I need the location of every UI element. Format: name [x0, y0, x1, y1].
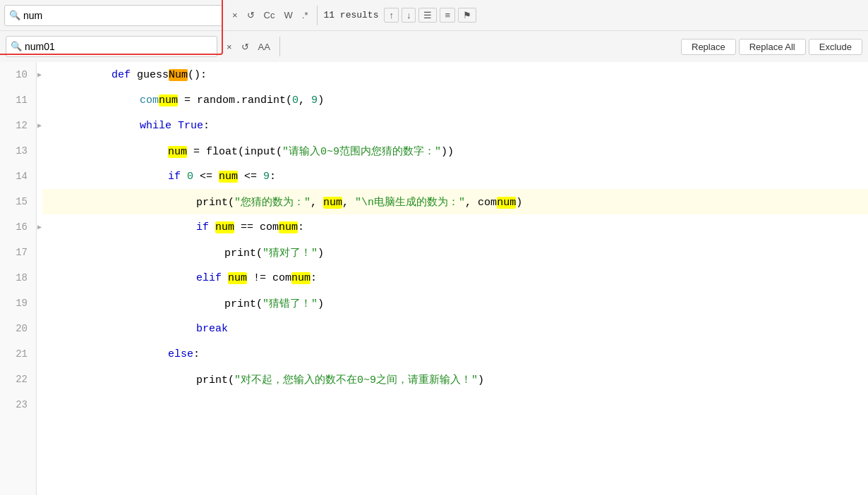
- results-count: 11 results: [323, 10, 378, 20]
- search1-actions: × ↺ Cc W .*: [229, 8, 311, 22]
- line-num-19: 19: [6, 291, 30, 316]
- main-container: 🔍 × ↺ Cc W .* 11 results ↑ ↓ ☰ ≡ ⚑ 🔍: [0, 0, 868, 495]
- regex-button[interactable]: .*: [299, 8, 312, 22]
- close2-button[interactable]: ×: [223, 40, 236, 54]
- search1-input[interactable]: [23, 10, 150, 21]
- line-num-20: 20: [6, 316, 30, 341]
- code-content: def guessNum(): comnum = random.randint(…: [37, 62, 868, 495]
- line-num-16: 16 ▶: [6, 214, 30, 240]
- replace-buttons: Replace Replace All Exclude: [681, 39, 862, 55]
- line-num-17: 17: [6, 240, 30, 265]
- fold-arrow-12[interactable]: ▶: [37, 121, 42, 130]
- line-numbers: 10 ▶ 11 12 ▶ 13 14 15 16 ▶ 17 18 19 20 2…: [0, 62, 37, 495]
- toolbar: 🔍 × ↺ Cc W .* 11 results ↑ ↓ ☰ ≡ ⚑ 🔍: [0, 0, 868, 62]
- line-num-22: 22: [6, 367, 30, 392]
- refresh1-button[interactable]: ↺: [243, 8, 258, 22]
- filter-button[interactable]: ⚑: [458, 8, 476, 23]
- separator1: [317, 6, 318, 25]
- line-num-15: 15: [6, 189, 30, 214]
- line-num-23: 23: [6, 392, 30, 417]
- line-num-10: 10 ▶: [6, 62, 30, 87]
- fold-arrow-10[interactable]: ▶: [37, 71, 42, 79]
- prev-result-button[interactable]: ↑: [384, 8, 399, 23]
- code-line-22: print("对不起，您输入的数不在0~9之间，请重新输入！"): [42, 367, 868, 392]
- line-num-13: 13: [6, 138, 30, 164]
- code-editor: 10 ▶ 11 12 ▶ 13 14 15 16 ▶ 17 18 19 20 2…: [0, 62, 868, 495]
- replace-button[interactable]: Replace: [681, 39, 736, 55]
- w-button[interactable]: W: [280, 8, 296, 22]
- line-num-18: 18: [6, 265, 30, 291]
- toolbar-row1: 🔍 × ↺ Cc W .* 11 results ↑ ↓ ☰ ≡ ⚑: [0, 0, 868, 31]
- line-num-21: 21: [6, 341, 30, 367]
- replace-all-button[interactable]: Replace All: [739, 39, 806, 55]
- replace-search-icon: 🔍: [11, 41, 22, 52]
- line-num-12: 12 ▶: [6, 113, 30, 138]
- line-num-11: 11: [6, 87, 30, 113]
- close1-button[interactable]: ×: [229, 8, 241, 22]
- line-num-14: 14: [6, 164, 30, 189]
- refresh2-button[interactable]: ↺: [238, 40, 253, 54]
- next-result-button[interactable]: ↓: [402, 8, 416, 23]
- cc-button[interactable]: Cc: [260, 8, 279, 22]
- toolbar-row2: 🔍 × ↺ AA Replace Replace All Exclude: [0, 31, 868, 62]
- multi-button[interactable]: ≡: [440, 8, 455, 23]
- doc-button[interactable]: ☰: [418, 8, 437, 23]
- search-icon: 🔍: [9, 10, 20, 21]
- fold-arrow-16[interactable]: ▶: [37, 223, 42, 231]
- search1-wrap: 🔍: [4, 5, 223, 26]
- search2-input-wrap[interactable]: 🔍: [6, 36, 217, 57]
- exclude-button[interactable]: Exclude: [809, 39, 862, 55]
- search2-actions: × ↺ AA: [223, 40, 274, 54]
- separator2: [279, 37, 280, 56]
- search2-input[interactable]: [25, 41, 152, 52]
- aa-button[interactable]: AA: [255, 40, 274, 54]
- search1-input-wrap[interactable]: 🔍: [4, 5, 223, 26]
